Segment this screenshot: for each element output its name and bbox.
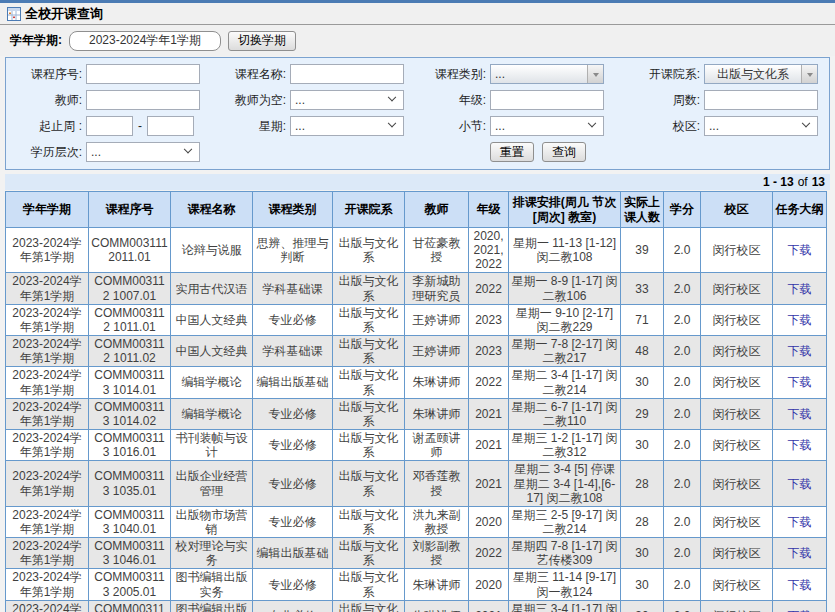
cell-semester: 2023-2024学年第1学期 — [6, 461, 89, 506]
table-row: 2023-2024学年第1学期 COMM003113 1040.01 出版物市场… — [6, 506, 827, 537]
semester-input[interactable] — [69, 31, 221, 51]
cell-enrolled: 39 — [621, 228, 664, 273]
pagination-bar: 1 - 13 of 13 — [5, 174, 830, 190]
cell-course-name: 书刊装帧与设计 — [171, 430, 253, 461]
cell-course-name: 图书编辑出版实务 — [171, 600, 253, 612]
dropdown-arrow-icon[interactable] — [801, 65, 817, 83]
course-type-value: ... — [491, 65, 587, 83]
cell-campus: 闵行校区 — [701, 538, 773, 569]
cell-course-name: 校对理论与实务 — [171, 538, 253, 569]
download-link[interactable]: 下载 — [788, 344, 812, 358]
cell-schedule: 星期一 9-10 [2-17] 闵二教229 — [509, 304, 621, 335]
reset-button[interactable]: 重置 — [490, 142, 534, 162]
grade-input[interactable] — [490, 90, 604, 110]
cell-semester: 2023-2024学年第1学期 — [6, 273, 89, 304]
course-no-input[interactable] — [86, 64, 200, 84]
cell-enrolled: 28 — [621, 506, 664, 537]
download-link[interactable]: 下载 — [788, 515, 812, 529]
download-link[interactable]: 下载 — [788, 438, 812, 452]
cell-department: 出版与文化系 — [333, 336, 405, 367]
cell-syllabus: 下载 — [773, 304, 827, 335]
cell-syllabus: 下载 — [773, 430, 827, 461]
cell-semester: 2023-2024学年第1学期 — [6, 506, 89, 537]
course-no-label: 课程序号: — [12, 66, 86, 83]
cell-department: 出版与文化系 — [333, 398, 405, 429]
cell-schedule: 星期一 11-13 [1-12] 闵二教108 — [509, 228, 621, 273]
cell-grade: 2023 — [469, 304, 509, 335]
cell-schedule: 星期一 8-9 [1-17] 闵二教106 — [509, 273, 621, 304]
degree-level-select[interactable]: ... — [86, 142, 200, 162]
cell-course-name: 出版企业经营管理 — [171, 461, 253, 506]
degree-level-label: 学历层次: — [12, 144, 86, 161]
cell-credit: 2.0 — [664, 228, 701, 273]
cell-grade: 2020 — [469, 569, 509, 600]
week-from-input[interactable] — [86, 116, 133, 136]
cell-credit: 2.0 — [664, 304, 701, 335]
section-select[interactable]: ... — [490, 116, 604, 136]
cell-schedule: 星期四 7-8 [1-17] 闵艺传楼309 — [509, 538, 621, 569]
semester-label: 学年学期: — [10, 32, 62, 49]
header-course-type: 课程类别 — [253, 192, 333, 228]
chevron-down-icon — [388, 119, 396, 127]
cell-campus: 闵行校区 — [701, 398, 773, 429]
week-to-input[interactable] — [147, 116, 194, 136]
cell-credit: 2.0 — [664, 600, 701, 612]
cell-enrolled: 30 — [621, 367, 664, 398]
query-button[interactable]: 查询 — [542, 142, 586, 162]
cell-department: 出版与文化系 — [333, 273, 405, 304]
cell-grade: 2022 — [469, 538, 509, 569]
cell-teacher: 李新城助理研究员 — [405, 273, 469, 304]
weeks-label: 周数: — [608, 92, 704, 109]
dropdown-arrow-icon[interactable] — [587, 65, 603, 83]
cell-course-name: 出版物市场营销 — [171, 506, 253, 537]
cell-course-type: 专业必修 — [253, 569, 333, 600]
chevron-down-icon — [388, 93, 396, 101]
cell-schedule: 星期二 3-4 [1-17] 闵二教214 — [509, 367, 621, 398]
cell-semester: 2023-2024学年第1学期 — [6, 336, 89, 367]
cell-grade: 2021 — [469, 430, 509, 461]
cell-course-no: COMM003112 1011.02 — [89, 336, 171, 367]
cell-department: 出版与文化系 — [333, 569, 405, 600]
section-value: ... — [495, 119, 505, 133]
cell-enrolled: 30 — [621, 538, 664, 569]
cell-teacher: 朱琳讲师 — [405, 398, 469, 429]
table-row: 2023-2024学年第1学期 COMM003111 2011.01 论辩与说服… — [6, 228, 827, 273]
department-label: 开课院系: — [608, 66, 704, 83]
cell-syllabus: 下载 — [773, 569, 827, 600]
cell-course-no: COMM003113 1046.01 — [89, 538, 171, 569]
cell-grade: 2023 — [469, 336, 509, 367]
header-enrolled: 实际上课人数 — [621, 192, 664, 228]
cell-semester: 2023-2024学年第1学期 — [6, 538, 89, 569]
weekday-select[interactable]: ... — [290, 116, 404, 136]
cell-department: 出版与文化系 — [333, 367, 405, 398]
cell-enrolled: 28 — [621, 461, 664, 506]
download-link[interactable]: 下载 — [788, 243, 812, 257]
cell-syllabus: 下载 — [773, 367, 827, 398]
download-link[interactable]: 下载 — [788, 313, 812, 327]
weekday-label: 星期: — [204, 118, 290, 135]
download-link[interactable]: 下载 — [788, 282, 812, 296]
cell-grade: 2022 — [469, 367, 509, 398]
table-row: 2023-2024学年第1学期 COMM003113 2005.01 图书编辑出… — [6, 569, 827, 600]
download-link[interactable]: 下载 — [788, 578, 812, 592]
course-type-label: 课程类别: — [408, 66, 490, 83]
teacher-empty-select[interactable]: ... — [290, 90, 404, 110]
campus-select[interactable]: ... — [704, 116, 818, 136]
download-link[interactable]: 下载 — [788, 375, 812, 389]
course-type-combo[interactable]: ... — [490, 64, 604, 84]
campus-value: ... — [709, 119, 719, 133]
department-combo[interactable]: 出版与文化系 — [704, 64, 818, 84]
cell-credit: 2.0 — [664, 538, 701, 569]
course-name-input[interactable] — [290, 64, 404, 84]
cell-teacher: 朱琳讲师 — [405, 569, 469, 600]
download-link[interactable]: 下载 — [788, 546, 812, 560]
download-link[interactable]: 下载 — [788, 407, 812, 421]
switch-semester-button[interactable]: 切换学期 — [228, 31, 296, 51]
cell-campus: 闵行校区 — [701, 336, 773, 367]
cell-grade: 2021 — [469, 398, 509, 429]
weeks-input[interactable] — [704, 90, 818, 110]
range-separator: - — [138, 119, 142, 133]
teacher-input[interactable] — [86, 90, 200, 110]
cell-teacher: 朱琳讲师 — [405, 367, 469, 398]
download-link[interactable]: 下载 — [788, 477, 812, 491]
